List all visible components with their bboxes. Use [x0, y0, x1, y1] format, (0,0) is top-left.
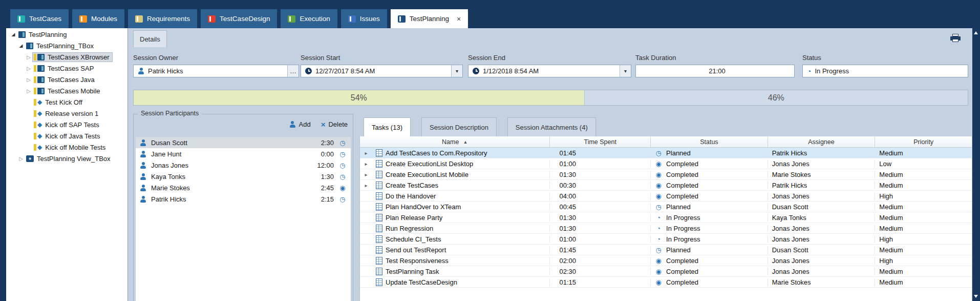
tree-item-release-version-1[interactable]: ◆Release version 1 [6, 108, 127, 119]
tree-item-testplanning-tbox[interactable]: ◢TestPlanning_TBox [6, 40, 127, 51]
input-session-end[interactable]: 1/12/2018 8:54 AM▾ [468, 65, 631, 77]
tree-item-kick-off-mobile-tests[interactable]: ◆Kick off Mobile Tests [6, 142, 127, 153]
field-value: 21:00 [640, 67, 794, 75]
clock-icon: ◷ [338, 173, 347, 180]
tree-expander-icon[interactable]: ▷ [17, 156, 25, 162]
table-row[interactable]: ▸Create ExecutionList Mobile01:30◉Comple… [360, 169, 972, 180]
tree-item-kick-off-sap-tests[interactable]: ◆Kick off SAP Tests [6, 119, 127, 130]
column-header-assignee[interactable]: Assignee [768, 136, 876, 147]
dropdown-arrow-icon[interactable]: ▾ [620, 65, 631, 77]
module-icon [208, 15, 216, 23]
person-icon [140, 139, 146, 146]
cell-name: Send out TestReport [386, 246, 550, 254]
session-progress-bar: 54% 46% [133, 90, 968, 106]
tree-item-content: ★TestPlanning View_TBox [25, 154, 113, 163]
tree-expander-icon[interactable]: ▷ [25, 88, 33, 94]
column-header-name[interactable]: Name▲ [360, 136, 550, 147]
tab-details[interactable]: Details [133, 30, 167, 47]
column-header-time-spent[interactable]: Time Spent [550, 136, 651, 147]
participant-row[interactable]: Kaya Tonks1:30◷ [136, 171, 351, 182]
tree-expander-icon[interactable]: ▷ [25, 54, 33, 60]
row-expander-icon[interactable]: ▸ [360, 150, 372, 156]
participant-row[interactable]: Dusan Scott2:30◷ [136, 137, 351, 148]
tab-execution[interactable]: Execution [281, 9, 337, 28]
tree-item-kick-off-java-tests[interactable]: ◆Kick off Java Tests [6, 130, 127, 142]
row-expander-icon[interactable]: ▸ [360, 172, 372, 177]
cell-priority: Medium [875, 149, 972, 157]
tab-testcases[interactable]: TestCases [10, 9, 69, 28]
tab-modules[interactable]: Modules [72, 9, 124, 28]
table-row[interactable]: Plan Release Party01:30◔In ProgressKaya … [360, 212, 972, 223]
input-status[interactable]: ◔In Progress [802, 65, 968, 77]
tree-expander-icon[interactable]: ▷ [25, 77, 33, 83]
add-participant-button[interactable]: Add [289, 121, 311, 128]
application-window: TestCasesModulesRequirementsTestCaseDesi… [0, 0, 980, 301]
close-icon[interactable]: × [457, 15, 461, 23]
participant-row[interactable]: Patrik Hicks2:15◷ [136, 193, 351, 205]
row-expander-icon[interactable]: ▸ [360, 183, 372, 188]
tree-expander-icon[interactable]: ▷ [25, 66, 33, 71]
tree-item-test-kick-off[interactable]: ◆Test Kick Off [6, 96, 127, 108]
table-row[interactable]: Update TestCaseDesign01:15◉CompletedMari… [360, 277, 972, 288]
status-completed-icon: ◉ [655, 160, 662, 167]
book-icon [37, 88, 45, 94]
table-row[interactable]: Schedule CI_Tests01:00◔In ProgressJonas … [360, 234, 972, 245]
cell-status: ◉Completed [651, 268, 768, 275]
tree-item-testplanning-view-tbox[interactable]: ▷★TestPlanning View_TBox [6, 153, 127, 164]
table-row[interactable]: ▸Add TestCases to Com.Repository01:45◷Pl… [360, 148, 972, 158]
tab-requirements[interactable]: Requirements [128, 9, 197, 28]
participant-row[interactable]: Jane Hunt0:00◷ [136, 148, 351, 159]
table-row[interactable]: ▸Create TestCases00:30◉CompletedPatrik H… [360, 180, 972, 191]
delete-participant-button[interactable]: × Delete [321, 121, 348, 128]
table-row[interactable]: Test Responsiveness02:00◉CompletedJonas … [360, 255, 972, 266]
tree-item-testcases-mobile[interactable]: ▷TestCases Mobile [6, 85, 127, 96]
tab-label: Execution [300, 15, 330, 23]
table-row[interactable]: ▸Create ExecutionList Desktop01:00◉Compl… [360, 158, 972, 169]
table-row[interactable]: Plan HandOver to XTeam00:45◷PlannedDusan… [360, 202, 972, 212]
table-row[interactable]: Send out TestReport01:45◷PlannedDusan Sc… [360, 245, 972, 255]
participant-row[interactable]: Jonas Jones12:00◷ [136, 159, 351, 171]
yellow-tag-icon [34, 122, 36, 128]
person-icon [140, 162, 146, 169]
task-doc-icon-cell [372, 160, 386, 168]
column-header-status[interactable]: Status [651, 136, 768, 147]
tab-issues[interactable]: Issues [341, 9, 387, 28]
tab-testplanning[interactable]: TestPlanning× [391, 9, 468, 28]
vertical-scrollbar[interactable] [972, 28, 980, 301]
input-task-duration[interactable]: 21:00 [635, 65, 795, 77]
participant-row[interactable]: Marie Stokes2:45◉ [136, 182, 351, 193]
input-session-owner[interactable]: Patrik Hicks… [133, 65, 299, 77]
table-row[interactable]: Run Regression01:30◔In ProgressJonas Jon… [360, 223, 972, 234]
cell-status: ◉Completed [651, 192, 768, 200]
tree-item-label: TestCases XBrowser [48, 53, 110, 61]
scroll-up-icon[interactable] [974, 31, 978, 34]
print-icon[interactable] [950, 34, 961, 42]
tree-expander-icon[interactable]: ◢ [17, 43, 25, 48]
tree-expander-icon[interactable]: ◢ [9, 32, 17, 37]
input-session-start[interactable]: 12/27/2017 8:54 AM▾ [301, 65, 463, 77]
column-header-priority[interactable]: Priority [875, 136, 972, 147]
tab-tasks-13[interactable]: Tasks (13) [364, 117, 411, 136]
table-row[interactable]: Do the Handover04:00◉CompletedJonas Jone… [360, 191, 972, 202]
tree-item-testplanning[interactable]: ◢TestPlanning [6, 29, 127, 40]
clock-icon: ◷ [338, 151, 347, 157]
dropdown-arrow-icon[interactable]: ▾ [451, 65, 462, 77]
tree-item-testcases-java[interactable]: ▷TestCases Java [6, 74, 127, 85]
tree-item-testcases-sap[interactable]: ▷TestCases SAP [6, 63, 127, 74]
cell-name: Run Regression [386, 225, 550, 232]
tab-session-description[interactable]: Session Description [421, 117, 497, 136]
tab-session-attachments-4[interactable]: Session Attachments (4) [507, 117, 596, 136]
row-expander-icon[interactable]: ▸ [360, 161, 372, 167]
status-label: In Progress [666, 235, 700, 243]
ellipsis-button[interactable]: … [287, 65, 299, 77]
scroll-down-icon[interactable] [974, 295, 978, 298]
participant-name: Jane Hunt [151, 150, 321, 158]
tab-testcasedesign[interactable]: TestCaseDesign [201, 9, 277, 28]
task-doc-icon-cell [372, 214, 386, 222]
status-label: Completed [666, 171, 698, 178]
table-row[interactable]: TestPlanning Task02:30◉CompletedJonas Jo… [360, 266, 972, 277]
status-completed-icon: ◉ [655, 193, 662, 199]
tree-item-testcases-xbrowser[interactable]: ▷TestCases XBrowser [6, 51, 127, 63]
diamond-icon: ◆ [37, 99, 42, 105]
cell-assignee: Jonas Jones [768, 192, 876, 200]
